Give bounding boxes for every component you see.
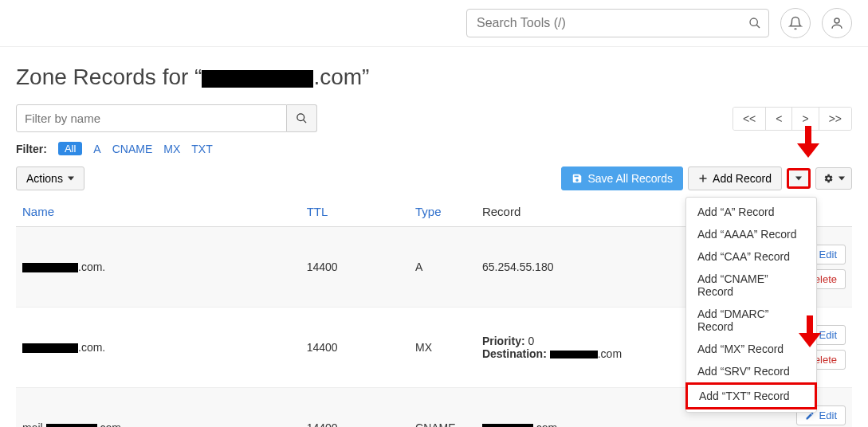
edit-label: Edit [819,409,837,421]
col-type[interactable]: Type [409,197,476,227]
filter-search-button[interactable] [287,104,317,132]
plus-icon [698,174,708,183]
title-suffix: .com [313,65,362,89]
save-icon [571,173,583,184]
top-bar [0,0,868,47]
toolbar-right: Save All Records Add Record Add “A” Reco… [561,166,852,190]
toolbar: Actions Save All Records Add Record Add … [16,166,852,190]
filter-input[interactable] [16,104,287,132]
search-input[interactable] [466,9,769,37]
svg-point-0 [750,18,757,25]
actions-label: Actions [26,172,63,185]
svg-line-4 [303,119,306,123]
title-close: ” [362,65,369,89]
search-icon [748,17,761,29]
col-name[interactable]: Name [16,197,300,227]
cell-ttl: 14400 [300,308,409,388]
page: Zone Records for “.com” << < > >> Filter… [0,47,868,427]
filter-a[interactable]: A [93,143,100,155]
svg-point-2 [835,18,839,23]
global-search [466,9,769,37]
cell-ttl: 14400 [300,227,409,308]
col-ttl[interactable]: TTL [300,197,409,227]
redacted [482,424,533,427]
filter-group [16,104,317,132]
edit-label: Edit [819,249,837,261]
name-suffix: .com. [78,261,105,273]
account-button[interactable] [822,8,852,38]
redacted [46,424,97,427]
add-record-dropdown-toggle[interactable] [787,168,811,189]
destination-suffix: .com [598,347,622,360]
filter-mx[interactable]: MX [163,143,180,155]
name-suffix: .com. [97,421,124,427]
caret-down-icon [795,175,802,182]
filter-all[interactable]: All [58,142,82,155]
arrow-annotation-icon [799,315,821,347]
pager: << < > >> [732,107,852,131]
actions-button[interactable]: Actions [16,166,84,190]
redacted [22,263,78,272]
dropdown-add-caa[interactable]: Add “CAA” Record [686,245,816,268]
record-suffix: .com [533,421,557,427]
filter-row: << < > >> [16,104,852,132]
type-filters: Filter: All A CNAME MX TXT [16,142,852,155]
edit-label: Edit [819,329,837,341]
priority-value: 0 [528,335,535,347]
redacted [22,343,78,353]
cell-name: mail..com. [16,388,300,428]
priority-label: Priority: [482,335,525,347]
cell-type: CNAME [409,388,476,428]
save-all-label: Save All Records [587,172,673,185]
filter-cname[interactable]: CNAME [112,143,153,155]
pager-last[interactable]: >> [819,108,851,130]
add-record-dropdown: Add “A” Record Add “AAAA” Record Add “CA… [685,197,817,413]
settings-button[interactable] [815,167,852,190]
dropdown-add-dmarc[interactable]: Add “DMARC” Record [686,303,816,338]
destination-label: Destination: [482,347,547,360]
cell-type: MX [409,308,476,388]
title-prefix: Zone Records for “ [16,65,202,89]
cell-type: A [409,227,476,308]
svg-line-1 [756,25,760,28]
redacted-domain [202,70,313,88]
svg-point-3 [297,114,304,121]
dropdown-add-srv[interactable]: Add “SRV” Record [686,360,816,382]
pager-first[interactable]: << [733,108,766,130]
notifications-button[interactable] [780,8,811,38]
dropdown-add-a[interactable]: Add “A” Record [686,201,816,223]
dropdown-add-cname[interactable]: Add “CNAME” Record [686,268,816,303]
gear-icon [823,173,834,184]
name-suffix: .com. [78,341,105,354]
caret-down-icon [839,175,845,182]
add-record-button[interactable]: Add Record [688,166,782,190]
pager-prev[interactable]: < [766,108,792,130]
svg-rect-7 [807,315,813,333]
dropdown-add-mx[interactable]: Add “MX” Record [686,338,816,360]
page-title: Zone Records for “.com” [16,65,852,90]
caret-down-icon [68,175,74,182]
dropdown-add-txt[interactable]: Add “TXT” Record [685,382,817,409]
add-record-label: Add Record [713,172,772,185]
redacted [550,351,598,358]
name-prefix: mail. [22,421,46,427]
cell-name: .com. [16,308,300,388]
arrow-annotation-icon [797,126,819,158]
dropdown-add-aaaa[interactable]: Add “AAAA” Record [686,223,816,245]
cell-ttl: 14400 [300,388,409,428]
save-all-button[interactable]: Save All Records [561,166,683,190]
filter-txt[interactable]: TXT [191,143,212,155]
svg-rect-8 [805,126,811,143]
filter-label: Filter: [16,143,47,155]
cell-name: .com. [16,227,300,308]
